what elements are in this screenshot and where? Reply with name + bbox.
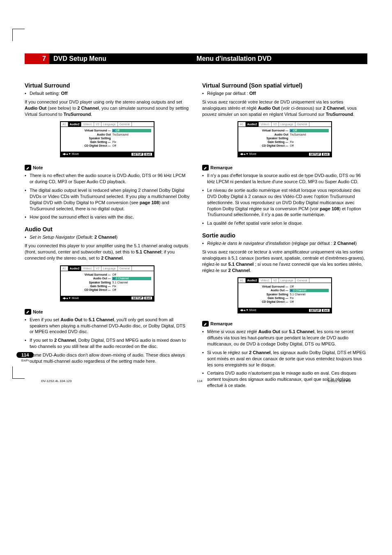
ao-body-fr: Si vous avez raccordé ce lecteur à votre… bbox=[202, 249, 367, 273]
vs-title-en: Virtual Surround bbox=[25, 82, 190, 89]
note-item: Some DVD-Audio discs don't allow down-mi… bbox=[25, 352, 190, 364]
note-item: How good the surround effect is varies w… bbox=[25, 214, 190, 220]
vs-body-fr: Si vous avez raccordé votre lecteur de D… bbox=[202, 99, 367, 117]
note-item: There is no effect when the audio source… bbox=[25, 173, 190, 185]
note-header-fr-2: Remarque bbox=[202, 321, 233, 327]
osd-tab: Video1 bbox=[81, 122, 94, 127]
footer-file: DV-12S2.4L.104.123 bbox=[41, 379, 71, 383]
footer-page: 114 bbox=[197, 379, 202, 383]
note-item: Le niveau de sortie audio numérique est … bbox=[202, 187, 367, 218]
osd-vs-fr: A1 Audio2 Video1 V2 Language General Vir… bbox=[238, 121, 332, 157]
column-fr: Virtual Surround (Son spatial virtuel) R… bbox=[202, 76, 367, 391]
chapter-number: 7 bbox=[25, 53, 49, 64]
osd-tab: A1 bbox=[61, 122, 68, 127]
vs-title-fr: Virtual Surround (Son spatial virtuel) bbox=[202, 82, 367, 89]
chapter-header: 7 DVD Setup Menu Menu d'installation DVD bbox=[25, 53, 367, 64]
vs-body-en: If you connected your DVD player using o… bbox=[25, 99, 190, 117]
note-item: If you set to 2 Channel, Dolby Digital, … bbox=[25, 337, 190, 350]
osd-vs-en: A1 Audio2 Video1 V2 Language General Vir… bbox=[60, 121, 154, 157]
column-en: Virtual Surround Default setting: Off If… bbox=[25, 76, 190, 391]
note-item: Even if you set Audio Out to 5.1 Channel… bbox=[25, 317, 190, 335]
note-item: The digital audio output level is reduce… bbox=[25, 187, 190, 212]
page-number-pill: 114 En/Fr bbox=[16, 352, 34, 362]
header-title-fr: Menu d'installation DVD bbox=[192, 53, 367, 64]
vs-default-en: Default setting: Off bbox=[25, 90, 190, 97]
page-content: 7 DVD Setup Menu Menu d'installation DVD… bbox=[0, 0, 392, 408]
pencil-icon bbox=[25, 309, 31, 315]
ao-default-en: Set in Setup Navigator (Default: 2 Chann… bbox=[25, 234, 190, 240]
note-item: La qualité de l'effet spatial varie selo… bbox=[202, 220, 367, 226]
note-header-en: Note bbox=[25, 165, 43, 170]
header-title-en: DVD Setup Menu bbox=[49, 53, 192, 64]
footer-time: 8/6/03, 9:16 PM bbox=[328, 379, 351, 383]
pencil-icon bbox=[25, 165, 31, 170]
osd-tab-active: Audio2 bbox=[68, 122, 82, 127]
note-header-en-2: Note bbox=[25, 309, 43, 315]
pencil-icon bbox=[202, 165, 209, 170]
osd-tab: Language bbox=[101, 122, 118, 127]
footer-meta: DV-12S2.4L.104.123 114 8/6/03, 9:16 PM bbox=[41, 379, 351, 383]
note-item: Même si vous avez réglé Audio Out sur 5.… bbox=[202, 329, 367, 347]
osd-tab: General bbox=[118, 122, 132, 127]
ao-body-en: If you connected this player to your amp… bbox=[25, 243, 190, 261]
ao-title-en: Audio Out bbox=[25, 226, 190, 233]
ao-default-fr: Réglez-le dans le navigateur d'installat… bbox=[202, 240, 367, 246]
note-item: Si vous le réglez sur 2 Channel, les sig… bbox=[202, 350, 367, 368]
note-item: Il n'y a pas d'effet lorsque la source a… bbox=[202, 173, 367, 185]
vs-default-fr: Réglage par défaut : Off bbox=[202, 90, 367, 97]
osd-ao-fr: A1 Audio2 Video1 V2 Language General Vir… bbox=[238, 277, 332, 313]
osd-tab: V2 bbox=[94, 122, 101, 127]
pencil-icon bbox=[202, 321, 209, 327]
note-header-fr: Remarque bbox=[202, 165, 233, 170]
arrows-icon: Move bbox=[62, 152, 79, 156]
ao-title-fr: Sortie audio bbox=[202, 232, 367, 239]
osd-ao-en: A1 Audio2 Video1 V2 Language General Vir… bbox=[60, 265, 154, 302]
